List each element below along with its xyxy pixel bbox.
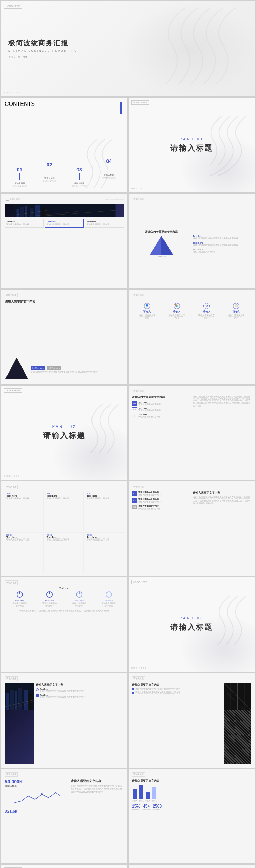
bottom-label-1: Teachers [132, 809, 140, 811]
text-box-1-desc: 请输入您需要的文字内容 [6, 223, 42, 226]
icon-item-1: 👤 请输入 请输入需要的文字内容 [139, 303, 156, 320]
contents-items: 01 请输入标题输入您的文字内容 02 请输入标题输入您的文字内容 03 请输入… [5, 158, 124, 187]
bar-4: 请输入 [152, 787, 157, 802]
power-label-4: Fast here [105, 599, 113, 601]
icon-2-label: 请输入 [173, 310, 180, 313]
num-01-desc: 请输入您需要的文字内容 [138, 494, 161, 497]
slide7-header: 请输入标题 [132, 293, 251, 297]
part01-label: PART 01 [180, 137, 204, 141]
slide-pyramid: 请输入标题 请输入PPT需要的文字内容 Text here Text here … [129, 194, 255, 288]
contents-title: CONTENTS [5, 101, 124, 107]
text-box-2-desc: 请输入您需要的文字内容 [47, 223, 82, 226]
slide16-right: 请输入需要的文字内容 请输入您需要的文字内容请输入您需要的文字内容请输入您需要的… [71, 779, 124, 860]
slide17-left: 请输入需要的文字内容 请输入 请输入 请输入 [132, 779, 251, 811]
connector-4 [109, 165, 109, 172]
slide9-right-text: 请输入您需要的文字内容请输入您需要的文字内容请输入您需要的文字内容请输入您需要的… [193, 395, 252, 407]
contents-item-3: 03 请输入标题输入您的文字内容 [72, 167, 86, 187]
list-t-desc: 请输入您需要的文字内容 [138, 416, 161, 418]
btn-02[interactable]: 02 Text here [47, 366, 61, 370]
bar-fill-4 [152, 787, 156, 799]
slide-num-list: 请输入标题 01 请输入需要的文字内容 请输入您需要的文字内容 02 [129, 481, 255, 576]
numbered-list: 01 请输入需要的文字内容 请输入您需要的文字内容 02 请输入需要的文字内容 … [132, 491, 191, 510]
contents-item-1: 01 请输入标题输入您的文字内容 [13, 167, 27, 187]
slide12-logo: 请输入标题 [5, 580, 18, 585]
slide15-title: 请输入需要的文字内容 [132, 683, 222, 687]
btn-01[interactable]: 01 Text here [31, 366, 45, 370]
text-box-3: Text here 请输入您需要的文字内容 [85, 219, 124, 228]
grid-item-1: 20XX Text here 请输入您需要的文字内容 [5, 491, 44, 531]
slide-img-left-content: 请输入标题 请输入需要的文字内容 [1, 673, 127, 768]
slide-stats-chart: 请输入标题 50,000K 请输入标题 321.6k 请输入需要的文字内容 请输… [1, 769, 127, 864]
slide16-content: 50,000K 请输入标题 321.6k 请输入需要的文字内容 请输入您需要的文… [5, 779, 124, 860]
power-label-2: Fast here [45, 599, 54, 601]
slide17-logo: 请输入标题 [132, 772, 145, 777]
bar-fill-3 [146, 792, 150, 799]
power-icon-4 [105, 591, 113, 598]
text-item-1: Text here 请输入您需要的文字内容请输入您需要的文字内容 [193, 235, 252, 240]
bar-label-3: 请输入 [145, 800, 150, 802]
bar-3: 请输入 [145, 792, 150, 802]
svg-point-39 [41, 793, 43, 795]
slide11-content: 01 请输入需要的文字内容 请输入您需要的文字内容 02 请输入需要的文字内容 … [132, 491, 251, 572]
contents-label-3: 请输入标题输入您的文字内容 [72, 182, 86, 187]
bottom-label-2: Teachers [143, 809, 150, 811]
svg-rect-27 [18, 688, 22, 710]
slide15-left: 请输入需要的文字内容 请输入您需要的文字内容请输入您需要的文字内容 请输入您需要… [132, 683, 222, 764]
list-o: O Text here 请输入您需要的文字内容 [132, 407, 191, 412]
slide10-grid: 20XX Text here 请输入您需要的文字内容 20XX Text her… [5, 491, 124, 572]
slide17-title: 请输入需要的文字内容 [132, 779, 251, 783]
slide15-header: 请输入标题 [132, 676, 251, 681]
part01-title: 请输入标题 [170, 143, 213, 153]
icon-1-desc: 请输入需要的文字内容 [139, 314, 156, 320]
svg-rect-25 [10, 690, 14, 710]
slide14-item-1-desc: 请输入您需要的文字内容请输入您需要的文字内容 [40, 690, 85, 693]
grid-desc-2: 请输入您需要的文字内容 [47, 497, 82, 500]
text-item-2: Text here 请输入您需要的文字内容请输入您需要的文字内容 [193, 242, 252, 247]
power-desc-2: 请输入您需要的文字内容 [42, 602, 57, 607]
stripe-image [224, 683, 251, 764]
slide5-logo: 请输入标题 [132, 197, 145, 201]
icon-4-desc: 请输入需要的文字内容 [228, 314, 245, 320]
bottom-stats: 15% Teachers 45+ Teachers 2500 Teachers [132, 804, 251, 811]
bottom-stat-1: 15% Teachers [132, 804, 140, 811]
cover-biz: BUSINESS [4, 92, 20, 94]
slide9-main-title: 请输入PPT需要的文字内容 [132, 395, 191, 399]
slides-grid: LOGO HERE 极简波纹商务汇报 MINIMAL BUSINESS REPO… [0, 0, 256, 868]
slide15-logo: 请输入标题 [132, 676, 145, 681]
slide14-item-2: Text here 请输入您需要的文字内容请输入您需要的文字内容 [36, 694, 124, 699]
pyramid-label: Text here [157, 256, 166, 258]
slide4-text-row: Text here 请输入您需要的文字内容 Text here 请输入您需要的文… [5, 219, 124, 228]
city-img-left [5, 683, 34, 764]
slide6-logo: 请输入标题 [5, 293, 18, 297]
contents-item-2: 02 请输入标题输入您的文字内容 [43, 162, 56, 182]
bar-fill-2 [139, 785, 143, 799]
slide9-right: 请输入您需要的文字内容请输入您需要的文字内容请输入您需要的文字内容请输入您需要的… [193, 395, 252, 477]
svg-rect-18 [49, 592, 50, 594]
num-02-title: 请输入需要的文字内容 [138, 498, 161, 501]
grid-desc-6: 请输入您需要的文字内容 [87, 538, 122, 541]
icons-row: 👤 请输入 请输入需要的文字内容 🏪 请输入 请输入需要的文字内容 ⚙ 请输入 … [132, 303, 251, 320]
slide5-header: 请输入标题 [132, 197, 251, 201]
grid-desc-1: 请输入您需要的文字内容 [6, 497, 42, 500]
slide16-right-title: 请输入需要的文字内容 [71, 779, 124, 783]
sq-item-1: 请输入您需要的文字内容请输入您需要的文字内容 [132, 688, 222, 691]
cover-logo: LOGO HERE [4, 4, 22, 9]
slide4-logo: 请输入标题 [5, 197, 21, 201]
slide-img-content: 请输入标题 请输入标题 · 请输入标题 Text here [1, 194, 127, 288]
text-item-3: Text here 请输入您需要的文字内容 [193, 248, 252, 253]
pyramid-svg [148, 235, 175, 256]
slide6-header: 请输入标题 [5, 293, 124, 297]
bar-chart: 请输入 请输入 请输入 请输入 [132, 785, 251, 802]
part03-label: PART 03 [180, 616, 204, 620]
icon-3-label: 请输入 [203, 310, 210, 313]
slide-power: 请输入标题 Text here Fast here 请输入您需要的文字内容 Fa… [1, 577, 127, 672]
slide14-header: 请输入标题 [5, 676, 124, 681]
slide11-logo: 请输入标题 [132, 485, 145, 489]
grid-desc-4: 请输入您需要的文字内容 [6, 538, 42, 541]
power-item-2: Fast here 请输入您需要的文字内容 [42, 591, 57, 607]
list-t-badge: T [132, 414, 137, 418]
contents-label-1: 请输入标题输入您的文字内容 [13, 182, 27, 187]
slide9-header: 请输入标题 [132, 389, 251, 393]
num-item-01: 01 请输入需要的文字内容 请输入您需要的文字内容 [132, 491, 191, 497]
connector-1 [19, 173, 20, 180]
